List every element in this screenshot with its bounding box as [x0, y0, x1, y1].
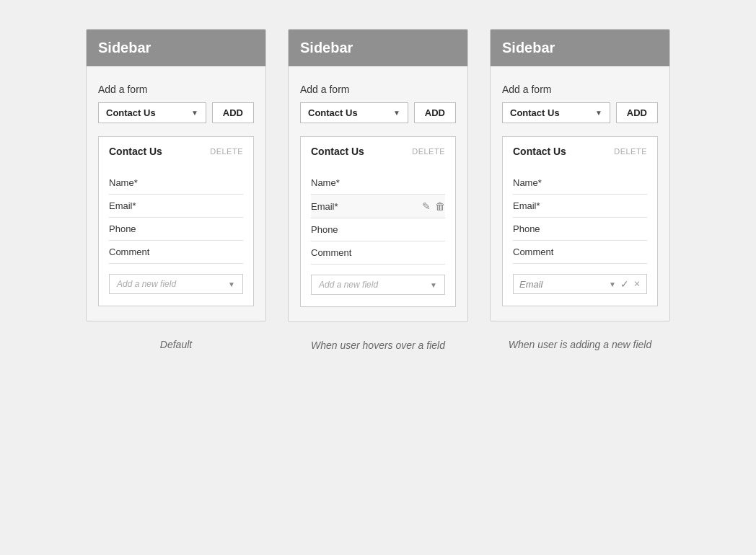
page-wrapper: Sidebar Add a form Contact Us ▼ ADD Cont… — [86, 29, 670, 351]
delete-button-hover[interactable]: DELETE — [412, 147, 445, 156]
add-form-label-default: Add a form — [98, 84, 254, 95]
add-form-label-adding: Add a form — [502, 84, 658, 95]
confirm-icon[interactable]: ✓ — [620, 278, 629, 290]
add-field-hover[interactable]: Add a new field ▼ — [311, 275, 445, 295]
form-card-default: Contact Us DELETE Name* Email* Phone Com… — [98, 136, 254, 306]
delete-button-adding[interactable]: DELETE — [614, 147, 647, 156]
new-field-select-adding[interactable]: Email ▼ — [519, 279, 616, 290]
field-row-email-adding: Email* — [513, 195, 647, 218]
add-field-placeholder-hover: Add a new field — [319, 280, 430, 290]
chevron-down-icon-hover: ▼ — [393, 109, 400, 117]
add-button-default[interactable]: ADD — [212, 102, 254, 123]
edit-icon[interactable]: ✎ — [422, 200, 431, 212]
form-select-text-default: Contact Us — [106, 107, 191, 118]
form-select-text-adding: Contact Us — [510, 107, 595, 118]
field-row-comment-adding: Comment — [513, 241, 647, 264]
caption-adding: When user is adding a new field — [509, 339, 651, 350]
form-card-adding: Contact Us DELETE Name* Email* Phone Com… — [502, 136, 658, 306]
form-card-title-default: Contact Us — [109, 146, 162, 157]
chevron-down-icon-adding: ▼ — [595, 109, 602, 117]
sidebar-title-hover: Sidebar — [300, 40, 353, 56]
delete-button-default[interactable]: DELETE — [210, 147, 243, 156]
form-select-hover[interactable]: Contact Us ▼ — [300, 102, 408, 123]
field-row-phone-default: Phone — [109, 218, 243, 241]
form-card-title-adding: Contact Us — [513, 146, 566, 157]
form-card-title-hover: Contact Us — [311, 146, 364, 157]
sidebar-panel-default: Sidebar Add a form Contact Us ▼ ADD Cont… — [86, 29, 266, 321]
form-select-adding[interactable]: Contact Us ▼ — [502, 102, 610, 123]
add-form-row-default: Contact Us ▼ ADD — [98, 102, 254, 123]
field-name-default: Name* — [109, 177, 243, 188]
caption-default: Default — [160, 339, 192, 350]
field-comment-default: Comment — [109, 247, 243, 257]
sidebar-title-adding: Sidebar — [502, 40, 555, 56]
form-card-header-hover: Contact Us DELETE — [311, 146, 445, 163]
field-row-name-adding: Name* — [513, 172, 647, 195]
add-form-row-adding: Contact Us ▼ ADD — [502, 102, 658, 123]
form-card-hover: Contact Us DELETE Name* Email* ✎ 🗑 — [300, 136, 456, 307]
field-phone-hover: Phone — [311, 224, 445, 235]
field-email-hover: Email* — [311, 201, 422, 212]
sidebar-panel-hover: Sidebar Add a form Contact Us ▼ ADD Cont… — [288, 29, 468, 322]
sidebar-body-default: Add a form Contact Us ▼ ADD Contact Us D… — [87, 66, 265, 321]
chevron-down-icon-add-default: ▼ — [228, 280, 235, 288]
panel-default: Sidebar Add a form Contact Us ▼ ADD Cont… — [86, 29, 266, 350]
sidebar-body-adding: Add a form Contact Us ▼ ADD Contact Us D… — [491, 66, 669, 321]
form-select-text-hover: Contact Us — [308, 107, 393, 118]
field-phone-adding: Phone — [513, 223, 647, 234]
field-email-default: Email* — [109, 200, 243, 211]
field-row-name-default: Name* — [109, 172, 243, 195]
delete-icon[interactable]: 🗑 — [435, 200, 445, 212]
field-comment-adding: Comment — [513, 247, 647, 257]
field-row-comment-default: Comment — [109, 241, 243, 264]
add-field-placeholder-default: Add a new field — [117, 279, 228, 289]
field-actions-hover: ✎ 🗑 — [422, 200, 445, 212]
form-select-default[interactable]: Contact Us ▼ — [98, 102, 206, 123]
add-form-row-hover: Contact Us ▼ ADD — [300, 102, 456, 123]
sidebar-panel-adding: Sidebar Add a form Contact Us ▼ ADD Cont… — [490, 29, 670, 321]
panel-adding: Sidebar Add a form Contact Us ▼ ADD Cont… — [490, 29, 670, 350]
chevron-down-icon: ▼ — [191, 109, 198, 117]
panel-hover: Sidebar Add a form Contact Us ▼ ADD Cont… — [288, 29, 468, 351]
field-row-phone-hover: Phone — [311, 218, 445, 241]
sidebar-title-default: Sidebar — [98, 40, 151, 56]
field-row-email-default: Email* — [109, 195, 243, 218]
field-comment-hover: Comment — [311, 247, 445, 258]
sidebar-header-default: Sidebar — [87, 30, 265, 66]
field-name-adding: Name* — [513, 177, 647, 188]
field-row-email-hover: Email* ✎ 🗑 — [311, 195, 445, 218]
add-form-label-hover: Add a form — [300, 84, 456, 95]
field-row-comment-hover: Comment — [311, 241, 445, 265]
add-button-hover[interactable]: ADD — [414, 102, 456, 123]
chevron-down-icon-add-hover: ▼ — [430, 281, 437, 289]
caption-hover: When user hovers over a field — [311, 339, 445, 351]
field-row-phone-adding: Phone — [513, 218, 647, 241]
cancel-icon[interactable]: ✕ — [633, 279, 641, 289]
sidebar-body-hover: Add a form Contact Us ▼ ADD Contact Us D… — [289, 66, 467, 321]
add-field-default[interactable]: Add a new field ▼ — [109, 274, 243, 294]
sidebar-header-hover: Sidebar — [289, 30, 467, 66]
field-email-adding: Email* — [513, 200, 647, 211]
new-field-row-adding: Email ▼ ✓ ✕ — [513, 274, 647, 294]
add-button-adding[interactable]: ADD — [616, 102, 658, 123]
chevron-down-icon-new-field: ▼ — [609, 280, 616, 288]
new-field-value-adding: Email — [519, 279, 609, 290]
field-name-hover: Name* — [311, 177, 445, 188]
form-card-header-default: Contact Us DELETE — [109, 146, 243, 163]
field-phone-default: Phone — [109, 223, 243, 234]
sidebar-header-adding: Sidebar — [491, 30, 669, 66]
form-card-header-adding: Contact Us DELETE — [513, 146, 647, 163]
field-row-name-hover: Name* — [311, 172, 445, 195]
